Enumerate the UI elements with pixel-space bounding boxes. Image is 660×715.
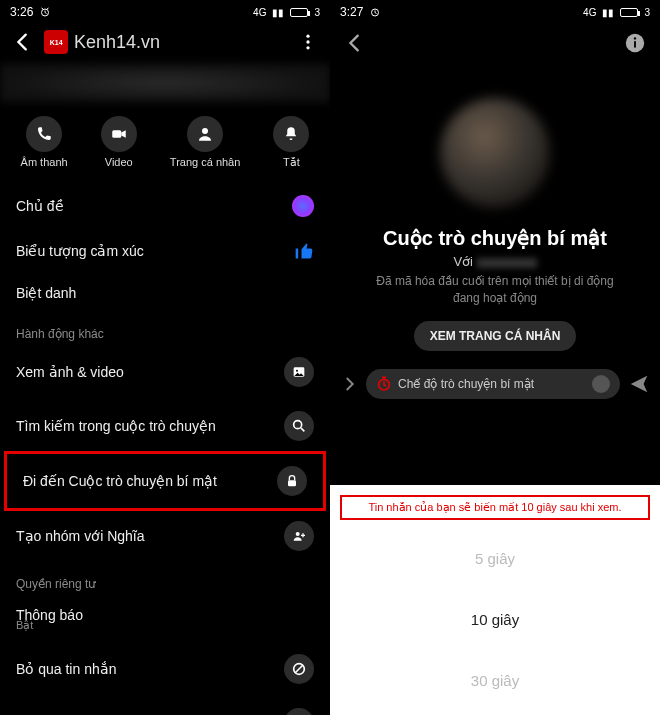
message-input[interactable]: Chế độ trò chuyện bí mật (366, 369, 620, 399)
signal-label: 4G (253, 7, 266, 18)
emoji-icon[interactable] (592, 375, 610, 393)
audio-call-button[interactable]: Âm thanh (21, 116, 68, 169)
block-row[interactable]: Chặn (0, 696, 330, 715)
section-privacy-header: Quyền riêng tư (0, 563, 330, 595)
view-profile-button[interactable]: XEM TRANG CÁ NHÂN (414, 321, 577, 351)
compose-bar: Chế độ trò chuyện bí mật (330, 361, 660, 407)
alarm-icon (39, 6, 51, 18)
brand-text: Kenh14.vn (74, 32, 160, 53)
phone-left: 3:26 4G ▮▮ 3 Kenh14.vn Âm thanh (0, 0, 330, 715)
svg-rect-15 (634, 41, 636, 47)
battery-level: 3 (644, 7, 650, 18)
back-icon[interactable] (344, 32, 366, 54)
media-row[interactable]: Xem ảnh & video (0, 345, 330, 399)
profile-button[interactable]: Trang cá nhân (170, 116, 241, 169)
compose-placeholder: Chế độ trò chuyện bí mật (398, 377, 586, 391)
person-icon (187, 116, 223, 152)
signal-icon: ▮▮ (272, 7, 284, 18)
timer-option-10s[interactable]: 10 giây (330, 589, 660, 650)
encryption-text: Đã mã hóa đầu cuối trên mọi thiết bị di … (365, 273, 625, 307)
emoji-row[interactable]: Biểu tượng cảm xúc (0, 229, 330, 273)
phone-right: 3:27 4G ▮▮ 3 Cuộc trò chuyện bí mật Với … (330, 0, 660, 715)
svg-point-2 (306, 40, 309, 43)
secret-title: Cuộc trò chuyện bí mật (383, 226, 607, 250)
svg-point-10 (296, 532, 300, 536)
video-call-button[interactable]: Video (101, 116, 137, 169)
contact-name-blurred (0, 64, 330, 102)
ignore-row[interactable]: Bỏ qua tin nhắn (0, 642, 330, 696)
create-group-row[interactable]: Tạo nhóm với Nghĩa (0, 509, 330, 563)
svg-rect-9 (288, 480, 296, 486)
add-group-icon (284, 521, 314, 551)
theme-color-icon (292, 195, 314, 217)
info-icon[interactable] (624, 32, 646, 54)
svg-rect-4 (112, 130, 121, 138)
more-icon[interactable] (298, 32, 318, 52)
ignore-icon (284, 654, 314, 684)
secret-chat-intro: Cuộc trò chuyện bí mật Với Đã mã hóa đầu… (330, 58, 660, 361)
search-icon (284, 411, 314, 441)
status-time: 3:27 (340, 5, 363, 19)
secret-conversation-row[interactable]: Đi đến Cuộc trò chuyện bí mật (4, 451, 326, 511)
section-other-header: Hành động khác (0, 313, 330, 345)
svg-point-1 (306, 35, 309, 38)
send-icon[interactable] (628, 373, 650, 395)
svg-point-7 (296, 370, 298, 372)
action-row: Âm thanh Video Trang cá nhân Tắt (0, 110, 330, 183)
mute-button[interactable]: Tắt (273, 116, 309, 169)
brand-logo (44, 30, 68, 54)
brand-overlay: Kenh14.vn (44, 30, 160, 54)
header: Kenh14.vn (0, 22, 330, 60)
search-row[interactable]: Tìm kiếm trong cuộc trò chuyện (0, 399, 330, 453)
svg-point-8 (294, 421, 302, 429)
nickname-row[interactable]: Biệt danh (0, 273, 330, 313)
timer-option-30s[interactable]: 30 giây (330, 650, 660, 711)
timer-icon (376, 376, 392, 392)
battery-icon (620, 8, 638, 17)
battery-level: 3 (314, 7, 320, 18)
theme-row[interactable]: Chủ đề (0, 183, 330, 229)
bell-icon (273, 116, 309, 152)
signal-label: 4G (583, 7, 596, 18)
disappear-banner: Tin nhắn của bạn sẽ biến mất 10 giây sau… (340, 495, 650, 520)
timer-option-5s[interactable]: 5 giây (330, 528, 660, 589)
with-line: Với (453, 254, 536, 269)
image-icon (284, 357, 314, 387)
svg-point-3 (306, 46, 309, 49)
alarm-icon (369, 6, 381, 18)
thumbs-up-icon (294, 241, 314, 261)
svg-point-16 (634, 37, 636, 39)
signal-icon: ▮▮ (602, 7, 614, 18)
block-icon (284, 708, 314, 715)
header (330, 22, 660, 58)
status-bar: 3:27 4G ▮▮ 3 (330, 0, 660, 22)
status-bar: 3:26 4G ▮▮ 3 (0, 0, 330, 22)
lock-icon (277, 466, 307, 496)
video-icon (101, 116, 137, 152)
timer-options-sheet: Tin nhắn của bạn sẽ biến mất 10 giây sau… (330, 485, 660, 715)
back-icon[interactable] (12, 31, 34, 53)
status-time: 3:26 (10, 5, 33, 19)
chevron-right-icon[interactable] (340, 375, 358, 393)
battery-icon (290, 8, 308, 17)
avatar-blurred (440, 98, 550, 208)
phone-icon (26, 116, 62, 152)
svg-point-5 (202, 128, 208, 134)
contact-name-blurred (477, 258, 537, 268)
